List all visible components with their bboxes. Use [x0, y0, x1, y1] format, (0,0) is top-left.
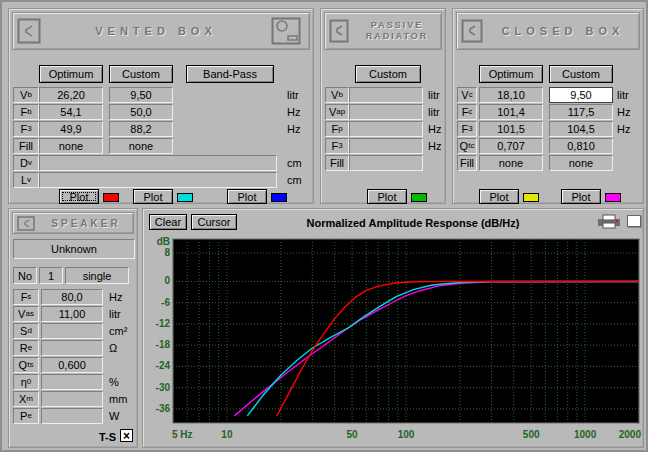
unit-label: Ω: [109, 340, 117, 356]
clear-button[interactable]: Clear: [149, 214, 187, 230]
closed-fc-optimum-value: 101,4: [479, 104, 543, 120]
closed-row-fc: Fc 101,4 117,5 Hz: [457, 104, 630, 120]
speaker-panel: SPEAKER Unknown No 1 single Fs 80,0 Hz V…: [8, 208, 138, 448]
param-label: F3: [457, 121, 477, 137]
passive-plot-button[interactable]: Plot: [367, 189, 407, 204]
passive-radiator-title: PASSIVE RADIATOR: [353, 20, 441, 42]
speaker-fs-value[interactable]: 80,0: [41, 289, 103, 305]
closed-plot-row: Plot Plot: [457, 189, 621, 205]
speaker-name-field[interactable]: Unknown: [13, 239, 135, 259]
vented-custom-button[interactable]: Custom: [109, 65, 173, 83]
speaker-vas-value[interactable]: 11,00: [41, 306, 103, 322]
unit-label: Hz: [617, 104, 630, 120]
vented-optimum-button[interactable]: Optimum: [39, 65, 103, 83]
closed-custom-button[interactable]: Custom: [549, 65, 613, 83]
vented-fb-custom-value[interactable]: 50,0: [109, 104, 173, 120]
passive-vap-value: [349, 104, 423, 120]
speaker-eta0-value[interactable]: [41, 374, 103, 390]
vented-plot-optimum-button[interactable]: Plot: [59, 189, 99, 204]
passive-radiator-header: PASSIVE RADIATOR: [324, 12, 442, 50]
passive-plot-row: Plot: [325, 189, 427, 205]
speaker-sd-value[interactable]: [41, 323, 103, 339]
closed-optimum-button[interactable]: Optimum: [479, 65, 543, 83]
closed-qtc-custom-value: 0,810: [549, 138, 613, 154]
closed-plot-optimum-button[interactable]: Plot: [479, 189, 519, 204]
svg-text:1000: 1000: [574, 429, 597, 440]
vented-fill-custom-value[interactable]: none: [109, 138, 173, 154]
speaker-row-sd: Sd cm²: [13, 323, 127, 339]
speaker-row-fs: Fs 80,0 Hz: [13, 289, 122, 305]
amplitude-response-chart: 80-6-12-18-24-30-36dB5 Hz105010050010002…: [145, 235, 643, 447]
closed-row-vc: Vc 18,10 9,50 litr: [457, 87, 629, 103]
vented-plot-row: Plot Plot Plot: [13, 189, 287, 205]
vented-bandpass-button[interactable]: Band-Pass: [186, 65, 274, 83]
unit-label: cm: [287, 172, 302, 188]
unit-label: cm: [287, 155, 302, 171]
closed-fill-optimum-value[interactable]: none: [479, 155, 543, 171]
unit-label: litr: [428, 87, 440, 103]
passive-row-fill: Fill: [325, 155, 423, 171]
passive-vb-value: [349, 87, 423, 103]
unit-label: W: [109, 408, 119, 424]
speaker-icon: [17, 216, 35, 231]
ts-checkbox[interactable]: ×: [120, 429, 133, 442]
speaker-pe-value[interactable]: [41, 408, 103, 424]
speaker-qts-value[interactable]: 0,600: [41, 357, 103, 373]
svg-text:-30: -30: [156, 382, 171, 393]
unit-label: mm: [109, 391, 127, 407]
unit-label: Hz: [287, 104, 300, 120]
closed-vc-custom-input[interactable]: 9,50: [549, 87, 613, 103]
printer-icon[interactable]: [597, 214, 621, 233]
background-color-box[interactable]: [627, 215, 641, 227]
vented-lv-value: [39, 172, 277, 188]
closed-box-title: CLOSED BOX: [487, 25, 639, 37]
param-label: Dv: [13, 155, 39, 171]
vented-plot-custom-color-swatch: [177, 193, 193, 202]
vented-f3-custom-value: 88,2: [109, 121, 173, 137]
svg-text:-18: -18: [156, 339, 171, 350]
svg-text:8: 8: [164, 247, 170, 258]
svg-text:-24: -24: [156, 360, 171, 371]
closed-fc-custom-value: 117,5: [549, 104, 613, 120]
closed-fill-custom-value[interactable]: none: [549, 155, 613, 171]
speaker-xm-value[interactable]: [41, 391, 103, 407]
param-label: Fill: [457, 155, 477, 171]
svg-text:500: 500: [523, 429, 540, 440]
speaker-no-value[interactable]: 1: [39, 267, 63, 284]
vented-box-title: VENTED BOX: [45, 25, 267, 37]
vented-plot-custom-button[interactable]: Plot: [133, 189, 173, 204]
vented-plot-bandpass-button[interactable]: Plot: [227, 189, 267, 204]
param-label: F3: [13, 121, 39, 137]
speaker-re-value[interactable]: [41, 340, 103, 356]
unit-label: Hz: [428, 138, 441, 154]
unit-label: litr: [109, 306, 121, 322]
passive-radiator-panel: PASSIVE RADIATOR Custom Vb litr Vap litr…: [320, 8, 446, 204]
closed-plot-custom-button[interactable]: Plot: [561, 189, 601, 204]
speaker-row-qts: Qts 0,600: [13, 357, 109, 373]
passive-plot-color-swatch: [411, 193, 427, 202]
unit-label: litr: [428, 104, 440, 120]
svg-text:10: 10: [221, 429, 233, 440]
vented-row-f3: F3 49,9 88,2 Hz: [13, 121, 300, 137]
unit-label: Hz: [109, 289, 122, 305]
speaker-row-vas: Vas 11,00 litr: [13, 306, 121, 322]
closed-box-panel: CLOSED BOX Optimum Custom Vc 18,10 9,50 …: [452, 8, 644, 204]
vented-row-vb: Vb 26,20 9,50 litr: [13, 87, 299, 103]
param-label: Vb: [13, 87, 39, 103]
passive-custom-button[interactable]: Custom: [355, 65, 421, 83]
speaker-type-value[interactable]: single: [65, 267, 129, 284]
vented-fill-optimum-value[interactable]: none: [39, 138, 103, 154]
svg-text:50: 50: [347, 429, 359, 440]
svg-text:5 Hz: 5 Hz: [172, 429, 193, 440]
vented-vb-custom-value[interactable]: 9,50: [109, 87, 173, 103]
closed-box-header: CLOSED BOX: [456, 12, 640, 50]
param-label: Sd: [13, 323, 39, 339]
unit-label: Hz: [287, 121, 300, 137]
closed-f3-custom-value: 104,5: [549, 121, 613, 137]
svg-text:2000: 2000: [619, 429, 642, 440]
cursor-button[interactable]: Cursor: [191, 214, 237, 230]
ts-row: T-S ×: [9, 429, 139, 445]
speaker-box-icon: [329, 19, 349, 43]
unit-label: litr: [287, 87, 299, 103]
vented-row-dv: Dv cm: [13, 155, 302, 171]
